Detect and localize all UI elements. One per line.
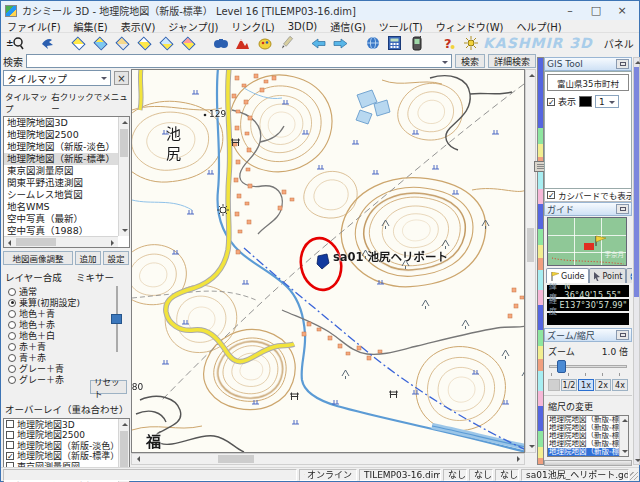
map-image-adjust-button[interactable]: 地図画像調整: [3, 251, 73, 265]
gis-layer-item[interactable]: 富山県35市町村: [547, 74, 629, 91]
tile-list-hscrollbar[interactable]: [4, 236, 118, 247]
tile-list-vscrollbar[interactable]: [118, 117, 129, 236]
search-combobox[interactable]: [26, 54, 452, 68]
map-vscroll-thumb[interactable]: [527, 228, 534, 262]
menu-view[interactable]: 表示(V): [121, 19, 156, 34]
scroll-right-icon[interactable]: [107, 237, 118, 248]
zoom-slider-thumb[interactable]: [557, 360, 566, 373]
zoom-slider[interactable]: [549, 360, 627, 376]
tile-list-item[interactable]: 地理院地図（新版-淡色）: [4, 141, 118, 153]
minimize-button[interactable]: –: [557, 2, 583, 19]
map-canvas[interactable]: [132, 70, 525, 453]
kashbird-option[interactable]: ✓ カシバードでも表示: [544, 189, 632, 202]
menu-help[interactable]: ヘルプ(H): [516, 19, 561, 34]
menu-link[interactable]: リンク(L): [231, 19, 274, 34]
waypoint-marker[interactable]: [317, 254, 329, 269]
map-hscroll-thumb[interactable]: [218, 455, 254, 463]
scroll-down-icon[interactable]: [620, 447, 629, 456]
scale-4x-button[interactable]: 4x: [612, 379, 628, 391]
tile-list-item[interactable]: 地理院地図2500: [4, 129, 118, 141]
collapse-panel-button[interactable]: [616, 204, 629, 214]
collapsed-panel-header[interactable]: [544, 460, 632, 466]
mixer-slider-thumb[interactable]: [111, 314, 122, 324]
calculator-icon[interactable]: [385, 35, 404, 52]
scroll-left-icon[interactable]: [132, 454, 144, 464]
scale-list-item[interactable]: 地理院地図（新版-標: [548, 416, 619, 424]
menu-tools[interactable]: ツール(T): [379, 19, 423, 34]
chevron-down-icon[interactable]: [442, 61, 448, 64]
panel-scroll-thumb[interactable]: [634, 67, 639, 297]
arrow-right-icon[interactable]: [331, 35, 350, 52]
line-width-select[interactable]: 1: [595, 95, 619, 108]
tab-point[interactable]: Point: [589, 268, 627, 283]
scale-list-item[interactable]: 地理院地図（新版-標: [548, 424, 619, 432]
layer-color-swatch[interactable]: [579, 96, 592, 107]
scroll-down-icon[interactable]: [526, 441, 537, 452]
collapse-panel-button[interactable]: [616, 59, 629, 69]
scroll-down-icon[interactable]: [634, 456, 640, 464]
map-layer-icon-4[interactable]: [135, 35, 154, 52]
scroll-up-icon[interactable]: [620, 416, 629, 425]
scale-half-button[interactable]: 1/2: [561, 379, 577, 391]
scroll-left-icon[interactable]: [4, 237, 15, 248]
guide-minimap[interactable]: 宇奈月: [547, 217, 627, 266]
scale-list-item-selected[interactable]: 地理院地図（新版-標: [548, 448, 619, 456]
map-layer-icon-3[interactable]: [113, 35, 132, 52]
map-vscrollbar[interactable]: [525, 69, 536, 453]
map-layer-icon-5[interactable]: [157, 35, 176, 52]
checkbox-icon[interactable]: [6, 441, 14, 449]
checkbox-checked-icon[interactable]: ✓: [547, 98, 555, 106]
scale-list-item[interactable]: 地理院地図（新版-標: [548, 440, 619, 448]
close-button[interactable]: ×: [609, 2, 635, 19]
select-arrow-icon[interactable]: [37, 35, 56, 52]
menu-comm[interactable]: 通信(G): [330, 19, 366, 34]
sun-tool-icon[interactable]: [461, 35, 480, 52]
resize-grip[interactable]: [630, 472, 638, 480]
paint-palette-icon[interactable]: [255, 35, 274, 52]
scale-2x-button[interactable]: 2x: [595, 379, 611, 391]
tab-gps[interactable]: GPS: [626, 268, 632, 283]
scroll-up-icon[interactable]: [119, 117, 130, 128]
tile-list-item-selected[interactable]: 地理院地図（新版-標準）: [4, 153, 118, 165]
mixer-slider[interactable]: [112, 286, 122, 352]
map-type-select[interactable]: タイルマップ: [3, 70, 111, 86]
gps-device-icon[interactable]: [407, 35, 426, 52]
scroll-up-icon[interactable]: [526, 70, 537, 81]
advanced-search-button[interactable]: 詳細検索: [488, 54, 536, 68]
map-level-colorbar[interactable]: [537, 57, 544, 465]
scroll-right-icon[interactable]: [512, 454, 524, 464]
scale-1x-button[interactable]: 1x: [578, 379, 594, 391]
scroll-up-icon[interactable]: [634, 58, 640, 66]
search-button[interactable]: 検索: [455, 54, 485, 68]
collapse-panel-button[interactable]: [616, 330, 629, 340]
help-icon[interactable]: ?: [439, 35, 458, 52]
scale-list-item[interactable]: 地理院地図（新版-標: [548, 432, 619, 440]
map-layer-icon-1[interactable]: [69, 35, 88, 52]
settings-button[interactable]: 設定: [103, 251, 129, 265]
search-input[interactable]: [27, 55, 451, 67]
map-layer-icon-2[interactable]: [91, 35, 110, 52]
checkbox-icon[interactable]: [6, 420, 14, 428]
menu-window[interactable]: ウィンドウ(W): [436, 19, 504, 34]
binoculars-icon[interactable]: [211, 35, 230, 52]
pencil-icon[interactable]: [277, 35, 296, 52]
menu-3d[interactable]: 3D(D): [288, 21, 318, 32]
tile-list-item[interactable]: 地名WMS: [4, 201, 118, 213]
scale-list-item[interactable]: 地理院地図（新版-標: [548, 456, 619, 457]
checkbox-checked-icon[interactable]: ✓: [6, 452, 14, 460]
sidebar-close-button[interactable]: ×: [114, 71, 129, 85]
checkbox-checked-icon[interactable]: ✓: [547, 191, 555, 199]
maximize-button[interactable]: □: [583, 2, 609, 19]
arrow-left-icon[interactable]: [309, 35, 328, 52]
mountain-view-icon[interactable]: [233, 35, 252, 52]
globe-icon[interactable]: [363, 35, 382, 52]
zoom-tool-icon[interactable]: ±: [5, 35, 24, 52]
map-hscrollbar[interactable]: [131, 453, 525, 465]
menu-edit[interactable]: 編集(E): [74, 19, 108, 34]
scroll-down-icon[interactable]: [119, 225, 130, 236]
scroll-up-icon[interactable]: [119, 419, 130, 430]
tile-list-item[interactable]: 空中写真（最新）: [4, 213, 118, 225]
tab-guide[interactable]: Guide: [546, 268, 589, 283]
add-button[interactable]: 追加: [75, 251, 101, 265]
menu-jump[interactable]: ジャンプ(J): [168, 19, 218, 34]
